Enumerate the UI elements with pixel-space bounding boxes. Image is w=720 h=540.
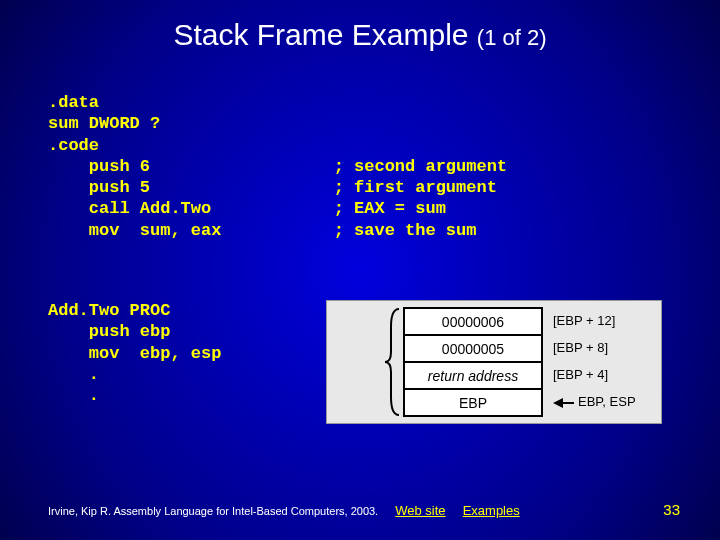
stack-label: [EBP + 8] bbox=[549, 334, 636, 361]
stack-table: 00000006 00000005 return address EBP bbox=[403, 307, 543, 417]
page-number: 33 bbox=[663, 501, 680, 518]
web-site-link[interactable]: Web site bbox=[395, 503, 445, 518]
table-row: return address bbox=[404, 362, 542, 389]
slide-title: Stack Frame Example (1 of 2) bbox=[0, 0, 720, 52]
title-sub: (1 of 2) bbox=[477, 25, 547, 50]
stack-diagram: 00000006 00000005 return address EBP [EB… bbox=[326, 300, 662, 424]
footer-cite: Irvine, Kip R. Assembly Language for Int… bbox=[48, 505, 378, 517]
stack-cell: 00000006 bbox=[404, 308, 542, 335]
stack-cell: return address bbox=[404, 362, 542, 389]
stack-label: [EBP + 4] bbox=[549, 361, 636, 388]
code-block-1: .data sum DWORD ? .code push 6 ; second … bbox=[48, 92, 507, 241]
table-row: EBP bbox=[404, 389, 542, 416]
stack-label-text: EBP, ESP bbox=[578, 394, 636, 409]
footer: Irvine, Kip R. Assembly Language for Int… bbox=[48, 503, 680, 518]
brace-icon bbox=[385, 307, 401, 417]
stack-label: [EBP + 12] bbox=[549, 307, 636, 334]
stack-cell: 00000005 bbox=[404, 335, 542, 362]
stack-label: EBP, ESP bbox=[549, 388, 636, 415]
table-row: 00000005 bbox=[404, 335, 542, 362]
title-main: Stack Frame Example bbox=[173, 18, 468, 51]
arrow-tail-icon bbox=[562, 402, 574, 404]
code-block-2: Add.Two PROC push ebp mov ebp, esp . . bbox=[48, 300, 221, 406]
stack-cell: EBP bbox=[404, 389, 542, 416]
stack-labels: [EBP + 12] [EBP + 8] [EBP + 4] EBP, ESP bbox=[549, 307, 636, 415]
examples-link[interactable]: Examples bbox=[463, 503, 520, 518]
table-row: 00000006 bbox=[404, 308, 542, 335]
